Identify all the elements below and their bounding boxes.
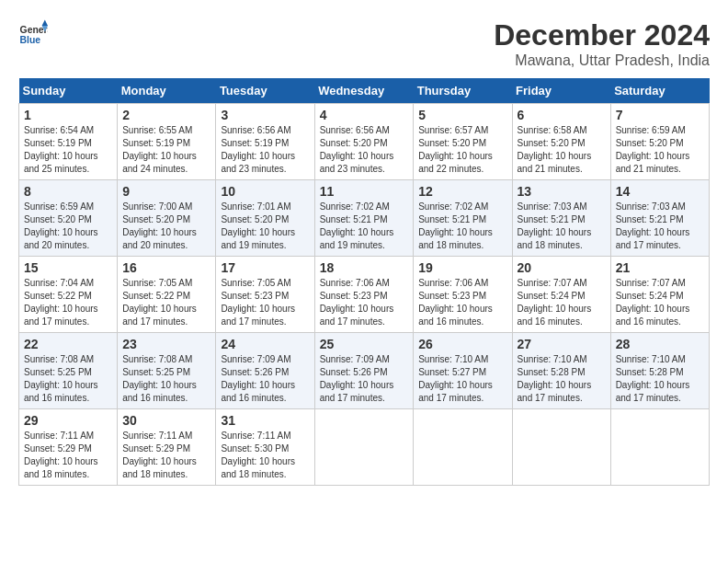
calendar-week-2: 8 Sunrise: 6:59 AM Sunset: 5:20 PM Dayli… — [19, 180, 710, 257]
day-info: Sunrise: 7:05 AM Sunset: 5:23 PM Dayligh… — [221, 277, 309, 328]
day-number: 24 — [221, 337, 309, 351]
calendar-week-4: 22 Sunrise: 7:08 AM Sunset: 5:25 PM Dayl… — [19, 333, 710, 409]
calendar-cell: 6 Sunrise: 6:58 AM Sunset: 5:20 PM Dayli… — [512, 104, 610, 180]
day-number: 4 — [320, 108, 409, 122]
weekday-header-saturday: Saturday — [610, 78, 709, 104]
day-number: 25 — [320, 337, 409, 351]
weekday-header-monday: Monday — [118, 78, 216, 104]
day-info: Sunrise: 7:02 AM Sunset: 5:21 PM Dayligh… — [320, 201, 409, 252]
calendar-cell: 28 Sunrise: 7:10 AM Sunset: 5:28 PM Dayl… — [610, 333, 709, 409]
day-info: Sunrise: 7:09 AM Sunset: 5:26 PM Dayligh… — [320, 353, 409, 405]
day-number: 13 — [518, 184, 606, 199]
day-info: Sunrise: 7:07 AM Sunset: 5:24 PM Dayligh… — [518, 277, 606, 328]
day-number: 18 — [320, 260, 409, 275]
day-number: 14 — [616, 184, 704, 199]
day-info: Sunrise: 6:57 AM Sunset: 5:20 PM Dayligh… — [418, 124, 506, 176]
calendar-cell: 7 Sunrise: 6:59 AM Sunset: 5:20 PM Dayli… — [610, 104, 709, 180]
calendar-cell: 31 Sunrise: 7:11 AM Sunset: 5:30 PM Dayl… — [216, 409, 314, 486]
calendar-cell: 19 Sunrise: 7:06 AM Sunset: 5:23 PM Dayl… — [414, 257, 512, 333]
day-info: Sunrise: 7:04 AM Sunset: 5:22 PM Dayligh… — [24, 277, 112, 328]
calendar-cell: 3 Sunrise: 6:56 AM Sunset: 5:19 PM Dayli… — [216, 104, 314, 180]
day-number: 6 — [518, 108, 606, 122]
calendar-cell: 10 Sunrise: 7:01 AM Sunset: 5:20 PM Dayl… — [216, 180, 314, 257]
calendar-cell: 14 Sunrise: 7:03 AM Sunset: 5:21 PM Dayl… — [610, 180, 709, 257]
weekday-header-sunday: Sunday — [19, 78, 118, 104]
month-title: December 2024 — [494, 18, 710, 52]
calendar-cell: 17 Sunrise: 7:05 AM Sunset: 5:23 PM Dayl… — [216, 257, 314, 333]
day-number: 7 — [616, 108, 704, 122]
day-info: Sunrise: 6:58 AM Sunset: 5:20 PM Dayligh… — [518, 124, 606, 176]
header: General Blue December 2024 Mawana, Uttar… — [18, 18, 710, 69]
calendar-week-5: 29 Sunrise: 7:11 AM Sunset: 5:29 PM Dayl… — [19, 409, 710, 486]
day-info: Sunrise: 7:06 AM Sunset: 5:23 PM Dayligh… — [418, 277, 506, 328]
day-number: 3 — [221, 108, 309, 122]
day-info: Sunrise: 7:11 AM Sunset: 5:29 PM Dayligh… — [122, 430, 210, 481]
calendar-week-1: 1 Sunrise: 6:54 AM Sunset: 5:19 PM Dayli… — [19, 104, 710, 180]
day-info: Sunrise: 7:03 AM Sunset: 5:21 PM Dayligh… — [518, 201, 606, 252]
calendar-cell: 1 Sunrise: 6:54 AM Sunset: 5:19 PM Dayli… — [19, 104, 118, 180]
svg-marker-2 — [42, 20, 48, 26]
day-number: 29 — [24, 413, 112, 428]
logo-icon: General Blue — [18, 18, 48, 48]
calendar-cell: 26 Sunrise: 7:10 AM Sunset: 5:27 PM Dayl… — [414, 333, 512, 409]
day-info: Sunrise: 7:05 AM Sunset: 5:22 PM Dayligh… — [122, 277, 210, 328]
day-info: Sunrise: 7:10 AM Sunset: 5:28 PM Dayligh… — [616, 353, 704, 405]
weekday-header-row: SundayMondayTuesdayWednesdayThursdayFrid… — [19, 78, 710, 104]
calendar-week-3: 15 Sunrise: 7:04 AM Sunset: 5:22 PM Dayl… — [19, 257, 710, 333]
day-info: Sunrise: 6:59 AM Sunset: 5:20 PM Dayligh… — [616, 124, 704, 176]
day-info: Sunrise: 7:00 AM Sunset: 5:20 PM Dayligh… — [122, 201, 210, 252]
day-info: Sunrise: 7:09 AM Sunset: 5:26 PM Dayligh… — [221, 353, 309, 405]
weekday-header-friday: Friday — [512, 78, 610, 104]
weekday-header-wednesday: Wednesday — [314, 78, 414, 104]
day-number: 23 — [122, 337, 210, 351]
calendar-cell: 27 Sunrise: 7:10 AM Sunset: 5:28 PM Dayl… — [512, 333, 610, 409]
day-info: Sunrise: 6:55 AM Sunset: 5:19 PM Dayligh… — [122, 124, 210, 176]
day-number: 9 — [122, 184, 210, 199]
day-number: 26 — [418, 337, 506, 351]
calendar-cell — [610, 409, 709, 486]
day-info: Sunrise: 6:59 AM Sunset: 5:20 PM Dayligh… — [24, 201, 112, 252]
calendar-cell: 5 Sunrise: 6:57 AM Sunset: 5:20 PM Dayli… — [414, 104, 512, 180]
calendar-cell — [414, 409, 512, 486]
calendar-cell — [314, 409, 414, 486]
day-info: Sunrise: 6:54 AM Sunset: 5:19 PM Dayligh… — [24, 124, 112, 176]
calendar-cell: 30 Sunrise: 7:11 AM Sunset: 5:29 PM Dayl… — [118, 409, 216, 486]
day-number: 15 — [24, 260, 112, 275]
title-area: December 2024 Mawana, Uttar Pradesh, Ind… — [494, 18, 710, 69]
calendar-cell: 21 Sunrise: 7:07 AM Sunset: 5:24 PM Dayl… — [610, 257, 709, 333]
day-info: Sunrise: 7:07 AM Sunset: 5:24 PM Dayligh… — [616, 277, 704, 328]
day-number: 31 — [221, 413, 309, 428]
calendar-cell: 20 Sunrise: 7:07 AM Sunset: 5:24 PM Dayl… — [512, 257, 610, 333]
day-info: Sunrise: 7:02 AM Sunset: 5:21 PM Dayligh… — [418, 201, 506, 252]
day-number: 28 — [616, 337, 704, 351]
location-title: Mawana, Uttar Pradesh, India — [494, 52, 710, 69]
day-number: 19 — [418, 260, 506, 275]
day-number: 21 — [616, 260, 704, 275]
calendar-cell: 29 Sunrise: 7:11 AM Sunset: 5:29 PM Dayl… — [19, 409, 118, 486]
calendar-cell — [512, 409, 610, 486]
day-info: Sunrise: 7:10 AM Sunset: 5:28 PM Dayligh… — [518, 353, 606, 405]
logo: General Blue — [18, 18, 48, 48]
day-number: 16 — [122, 260, 210, 275]
calendar-cell: 22 Sunrise: 7:08 AM Sunset: 5:25 PM Dayl… — [19, 333, 118, 409]
day-number: 22 — [24, 337, 112, 351]
day-info: Sunrise: 7:06 AM Sunset: 5:23 PM Dayligh… — [320, 277, 409, 328]
day-number: 27 — [518, 337, 606, 351]
calendar-cell: 15 Sunrise: 7:04 AM Sunset: 5:22 PM Dayl… — [19, 257, 118, 333]
calendar-cell: 8 Sunrise: 6:59 AM Sunset: 5:20 PM Dayli… — [19, 180, 118, 257]
day-number: 17 — [221, 260, 309, 275]
day-info: Sunrise: 7:01 AM Sunset: 5:20 PM Dayligh… — [221, 201, 309, 252]
day-number: 8 — [24, 184, 112, 199]
calendar-cell: 24 Sunrise: 7:09 AM Sunset: 5:26 PM Dayl… — [216, 333, 314, 409]
calendar-cell: 4 Sunrise: 6:56 AM Sunset: 5:20 PM Dayli… — [314, 104, 414, 180]
day-info: Sunrise: 7:10 AM Sunset: 5:27 PM Dayligh… — [418, 353, 506, 405]
day-info: Sunrise: 6:56 AM Sunset: 5:20 PM Dayligh… — [320, 124, 409, 176]
day-info: Sunrise: 7:11 AM Sunset: 5:29 PM Dayligh… — [24, 430, 112, 481]
calendar-cell: 11 Sunrise: 7:02 AM Sunset: 5:21 PM Dayl… — [314, 180, 414, 257]
day-info: Sunrise: 7:08 AM Sunset: 5:25 PM Dayligh… — [122, 353, 210, 405]
weekday-header-thursday: Thursday — [414, 78, 512, 104]
day-number: 30 — [122, 413, 210, 428]
calendar-cell: 25 Sunrise: 7:09 AM Sunset: 5:26 PM Dayl… — [314, 333, 414, 409]
calendar-cell: 13 Sunrise: 7:03 AM Sunset: 5:21 PM Dayl… — [512, 180, 610, 257]
calendar-cell: 9 Sunrise: 7:00 AM Sunset: 5:20 PM Dayli… — [118, 180, 216, 257]
